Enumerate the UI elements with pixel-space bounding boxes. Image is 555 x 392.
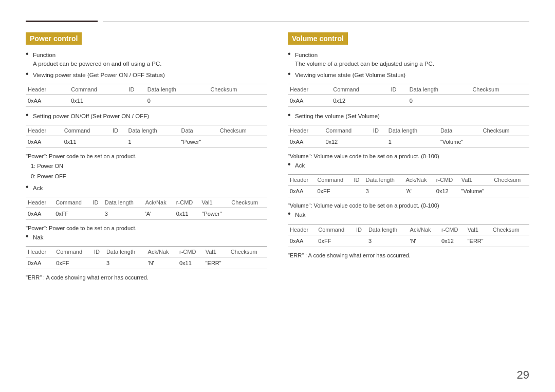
volume-ack-bullet: • Ack bbox=[288, 161, 529, 170]
col-header-header: Header bbox=[288, 125, 323, 136]
cell-datalength: 1 bbox=[126, 136, 179, 148]
volume-ack-table-section: Header Command ID Data length Ack/Nak r-… bbox=[288, 174, 529, 197]
col-header-id: ID bbox=[352, 175, 364, 185]
volume-setting-text: Setting the volume (Set Volume) bbox=[295, 112, 380, 121]
col-header-command: Command bbox=[69, 84, 126, 95]
cell-datalength: 3 bbox=[364, 185, 404, 197]
power-nak-text: Nak bbox=[33, 233, 43, 242]
col-header-checksum: Checksum bbox=[229, 247, 267, 257]
col-header-command: Command bbox=[53, 197, 90, 208]
cell-command: 0xFF bbox=[315, 185, 351, 197]
volume-viewing-bullet: • Viewing volume state (Get Volume Statu… bbox=[288, 71, 529, 80]
cell-id bbox=[110, 136, 126, 148]
power-function-bullet: • Function A product can be powered on a… bbox=[26, 51, 267, 69]
cell-checksum bbox=[491, 235, 529, 247]
page: Power control • Function A product can b… bbox=[0, 0, 555, 313]
cell-acknak: 'N' bbox=[408, 235, 439, 247]
volume-nak-bullet: • Nak bbox=[288, 211, 529, 219]
cell-datalength: 3 bbox=[104, 257, 146, 269]
bullet-icon: • bbox=[288, 210, 295, 218]
cell-command: 0x12 bbox=[323, 136, 371, 148]
cell-rcmd: 0x12 bbox=[434, 185, 459, 197]
cell-header: 0xAA bbox=[26, 95, 69, 106]
cell-checksum bbox=[481, 136, 529, 148]
bullet-icon: • bbox=[288, 111, 295, 119]
power-setting-bullet: • Setting power ON/Off (Set Power ON / O… bbox=[26, 112, 267, 121]
top-line bbox=[26, 21, 529, 22]
col-header-val1: Val1 bbox=[459, 175, 492, 185]
volume-set-table-section: Header Command ID Data length Data Check… bbox=[288, 125, 529, 148]
cell-id bbox=[126, 95, 145, 106]
cell-checksum bbox=[229, 257, 267, 269]
cell-datalength: 1 bbox=[386, 136, 438, 148]
col-header-checksum: Checksum bbox=[491, 224, 529, 235]
col-header-command: Command bbox=[62, 125, 110, 136]
col-header-header: Header bbox=[288, 175, 315, 185]
col-header-header: Header bbox=[288, 84, 331, 95]
col-header-checksum: Checksum bbox=[481, 125, 529, 136]
power-nak-bullet: • Nak bbox=[26, 233, 267, 242]
col-header-id: ID bbox=[110, 125, 126, 136]
cell-datalength: 3 bbox=[366, 235, 408, 247]
volume-ack-text: Ack bbox=[295, 161, 305, 170]
cell-val1: "ERR" bbox=[466, 235, 491, 247]
col-header-val1: Val1 bbox=[466, 224, 491, 235]
cell-command: 0x11 bbox=[62, 136, 110, 148]
cell-id bbox=[354, 235, 366, 247]
col-header-datalength: Data length bbox=[104, 247, 146, 257]
volume-note1: "Volume": Volume value code to be set on… bbox=[288, 153, 529, 159]
col-header-datalength: Data length bbox=[386, 125, 438, 136]
col-header-val1: Val1 bbox=[199, 197, 229, 208]
cell-checksum bbox=[229, 208, 267, 219]
cell-rcmd: 0x11 bbox=[177, 257, 203, 269]
volume-ack-table: Header Command ID Data length Ack/Nak r-… bbox=[288, 174, 529, 197]
power-err-note: "ERR" : A code showing what error has oc… bbox=[26, 274, 267, 281]
power-setting-text: Setting power ON/Off (Set Power ON / OFF… bbox=[33, 112, 149, 121]
volume-viewing-text: Viewing volume state (Get Volume Status) bbox=[295, 71, 405, 80]
col-header-command: Command bbox=[331, 84, 388, 95]
col-header-id: ID bbox=[90, 197, 102, 208]
cell-header: 0xAA bbox=[288, 235, 316, 247]
top-line-accent bbox=[26, 21, 98, 22]
volume-view-table-section: Header Command ID Data length Checksum 0… bbox=[288, 84, 529, 107]
power-ack-table-section: Header Command ID Data length Ack/Nak r-… bbox=[26, 197, 267, 220]
col-header-command: Command bbox=[316, 224, 354, 235]
power-viewing-bullet: • Viewing power state (Get Power ON / OF… bbox=[26, 71, 267, 80]
bullet-icon: • bbox=[26, 111, 33, 119]
cell-header: 0xAA bbox=[26, 136, 62, 148]
cell-id bbox=[92, 257, 104, 269]
col-header-command: Command bbox=[315, 175, 351, 185]
power-note1: "Power": Power code to be set on a produ… bbox=[26, 153, 267, 159]
cell-id bbox=[388, 95, 407, 106]
cell-data: "Power" bbox=[179, 136, 217, 148]
power-ack-bullet: • Ack bbox=[26, 184, 267, 193]
volume-function-text: Function The volume of a product can be … bbox=[295, 51, 434, 69]
col-header-datalength: Data length bbox=[364, 175, 404, 185]
cell-header: 0xAA bbox=[288, 185, 315, 197]
col-header-checksum: Checksum bbox=[492, 175, 529, 185]
col-header-command: Command bbox=[323, 125, 371, 136]
col-header-datalength: Data length bbox=[103, 197, 143, 208]
col-header-acknak: Ack/Nak bbox=[143, 197, 174, 208]
power-on-label: 1: Power ON 0: Power OFF bbox=[31, 161, 267, 182]
volume-nak-text: Nak bbox=[295, 211, 305, 219]
col-header-id: ID bbox=[371, 125, 386, 136]
cell-id bbox=[352, 185, 364, 197]
col-header-rcmd: r-CMD bbox=[439, 224, 466, 235]
cell-acknak: 'A' bbox=[143, 208, 174, 219]
bullet-icon: • bbox=[26, 232, 33, 240]
col-header-id: ID bbox=[126, 84, 145, 95]
cell-command: 0xFF bbox=[316, 235, 354, 247]
table-row: 0xAA 0x11 1 "Power" bbox=[26, 136, 267, 148]
bullet-icon: • bbox=[26, 70, 33, 78]
cell-id bbox=[371, 136, 386, 148]
bullet-icon: • bbox=[26, 183, 33, 191]
table-row: 0xAA 0x12 0 bbox=[288, 95, 529, 106]
volume-err-note: "ERR" : A code showing what error has oc… bbox=[288, 252, 529, 258]
cell-val1: "ERR" bbox=[203, 257, 229, 269]
cell-rcmd: 0x12 bbox=[439, 235, 466, 247]
cell-command: 0xFF bbox=[53, 208, 90, 219]
table-row: 0xAA 0xFF 3 'A' 0x12 "Volume" bbox=[288, 185, 529, 197]
cell-header: 0xAA bbox=[26, 208, 53, 219]
col-header-acknak: Ack/Nak bbox=[408, 224, 439, 235]
